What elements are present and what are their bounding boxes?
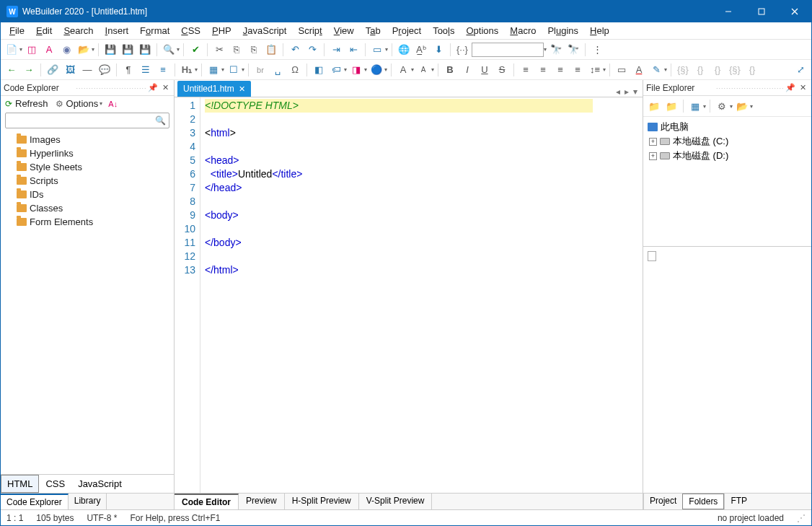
text-color-icon[interactable]: A [631, 62, 647, 78]
heading-icon[interactable]: H₁ [179, 62, 195, 78]
binoculars-icon[interactable]: 🔭 [548, 42, 564, 58]
view-icon[interactable]: ▦ [687, 98, 703, 114]
folder-up-icon[interactable]: 📁 [646, 98, 662, 114]
right-tab-ftp[interactable]: FTP [724, 494, 753, 509]
brace3-icon[interactable]: {} [710, 62, 725, 78]
globe-icon[interactable]: 🌐 [396, 42, 412, 58]
align-right-icon[interactable]: ≡ [552, 62, 568, 78]
menu-tools[interactable]: Tools [427, 23, 460, 38]
close-button[interactable] [778, 1, 811, 22]
search-icon[interactable]: 🔍 [155, 115, 166, 126]
form-icon[interactable]: ☐ [226, 62, 242, 78]
bottom-tab-library[interactable]: Library [69, 494, 107, 509]
tree-item-ids[interactable]: IDs [4, 188, 171, 201]
forward-icon[interactable]: → [21, 62, 37, 78]
resize-grip-icon[interactable]: ⋰ [797, 513, 806, 523]
pin-icon[interactable]: 📌 [783, 83, 798, 92]
redo-icon[interactable]: ↷ [304, 42, 320, 58]
replace-icon[interactable]: A̲ᵇ [413, 42, 429, 58]
pin-icon[interactable]: 📌 [146, 83, 160, 92]
fe-node-drive-d[interactable]: + 本地磁盘 (D:) [646, 149, 808, 163]
options-label[interactable]: Options [66, 98, 99, 109]
ul-icon[interactable]: ≡ [155, 62, 171, 78]
align-left-icon[interactable]: ≡ [518, 62, 534, 78]
search-input[interactable] [9, 115, 155, 126]
outdent-icon[interactable]: ⇤ [345, 42, 361, 58]
copy2-icon[interactable]: ⎘ [246, 42, 262, 58]
nbsp-icon[interactable]: ␣ [270, 62, 286, 78]
editor-tab-vsplit[interactable]: V-Split Preview [359, 494, 433, 509]
minimize-button[interactable] [712, 1, 745, 22]
menu-options[interactable]: Options [460, 23, 504, 38]
lang-tab-js[interactable]: JavaScript [71, 475, 128, 493]
ol-icon[interactable]: ☰ [138, 62, 154, 78]
new-html-icon[interactable]: ◫ [24, 42, 40, 58]
table-icon[interactable]: ▦ [206, 62, 221, 78]
close-panel-icon[interactable]: ✕ [798, 83, 808, 92]
search-icon[interactable]: 🔍 [161, 42, 177, 58]
tab-prev-icon[interactable]: ◂ [614, 87, 622, 97]
omega-icon[interactable]: Ω [287, 62, 303, 78]
brace4-icon[interactable]: {§} [727, 62, 743, 78]
font-minus-icon[interactable]: A [415, 62, 431, 78]
tree-item-formelements[interactable]: Form Elements [4, 215, 171, 229]
editor-tab-code[interactable]: Code Editor [175, 494, 239, 509]
sort-icon[interactable]: A↓ [108, 100, 118, 108]
save-as-icon[interactable]: 💾 [137, 42, 153, 58]
menu-view[interactable]: View [328, 23, 360, 38]
new-file-icon[interactable]: 📄 [4, 42, 19, 58]
tag-icon[interactable]: 🏷 [328, 62, 344, 78]
menu-javascript[interactable]: JavaScript [237, 23, 293, 38]
fe-gear-icon[interactable]: ⚙ [714, 98, 730, 114]
link-icon[interactable]: 🔗 [45, 62, 61, 78]
font-plus-icon[interactable]: A [395, 62, 411, 78]
bold-icon[interactable]: B [442, 62, 458, 78]
menu-insert[interactable]: Insert [100, 23, 135, 38]
tab-next-icon[interactable]: ▸ [622, 87, 631, 97]
align-justify-icon[interactable]: ≡ [570, 62, 586, 78]
reload-folder-icon[interactable]: 📁 [663, 98, 679, 114]
class-icon[interactable]: ◧ [311, 62, 327, 78]
paragraph-icon[interactable]: ¶ [120, 62, 136, 78]
brace5-icon[interactable]: {} [744, 62, 760, 78]
save-all-icon[interactable]: 💾 [120, 42, 136, 58]
tree-item-images[interactable]: Images [4, 133, 171, 146]
quick-search-input[interactable] [472, 43, 544, 57]
editor-tab-hsplit[interactable]: H-Split Preview [285, 494, 359, 509]
remove-format-icon[interactable]: ▭ [614, 62, 630, 78]
menu-edit[interactable]: Edit [30, 23, 58, 38]
menu-project[interactable]: Project [387, 23, 427, 38]
highlight-icon[interactable]: ✎ [648, 62, 664, 78]
new-css-icon[interactable]: A [41, 42, 57, 58]
line-height-icon[interactable]: ↕≡ [587, 62, 603, 78]
open-icon[interactable]: 📂 [76, 42, 92, 58]
indent-icon[interactable]: ⇥ [328, 42, 344, 58]
goto-icon[interactable]: ⬇ [431, 42, 446, 58]
eraser-icon[interactable]: ◨ [348, 62, 364, 78]
italic-icon[interactable]: I [459, 62, 475, 78]
gear-icon[interactable]: ⚙ [56, 99, 63, 109]
code-content[interactable]: <!DOCTYPE HTML> <html> <head> <title>Unt… [200, 97, 643, 493]
menu-script[interactable]: Script [292, 23, 327, 38]
menu-help[interactable]: Help [584, 23, 615, 38]
expand-icon[interactable]: + [649, 152, 657, 160]
tree-item-hyperlinks[interactable]: Hyperlinks [4, 146, 171, 160]
lang-tab-css[interactable]: CSS [39, 475, 71, 493]
refresh-icon[interactable]: ⟳ [5, 99, 12, 109]
maximize-button[interactable] [745, 1, 778, 22]
new-php-icon[interactable]: ◉ [58, 42, 74, 58]
cut-icon[interactable]: ✂ [211, 42, 227, 58]
binoculars2-icon[interactable]: 🔭 [565, 42, 581, 58]
refresh-label[interactable]: Refresh [15, 98, 48, 109]
brace2-icon[interactable]: {} [692, 62, 708, 78]
brace1-icon[interactable]: {§} [675, 62, 691, 78]
right-tab-folders[interactable]: Folders [682, 494, 724, 509]
save-icon[interactable]: 💾 [102, 42, 118, 58]
tree-item-classes[interactable]: Classes [4, 201, 171, 215]
close-panel-icon[interactable]: ✕ [160, 83, 171, 92]
image-icon[interactable]: 🖼 [62, 62, 78, 78]
comment-icon[interactable]: 💬 [97, 62, 112, 78]
undo-icon[interactable]: ↶ [287, 42, 303, 58]
tree-item-scripts[interactable]: Scripts [4, 174, 171, 188]
braces-icon[interactable]: {··} [454, 42, 470, 58]
